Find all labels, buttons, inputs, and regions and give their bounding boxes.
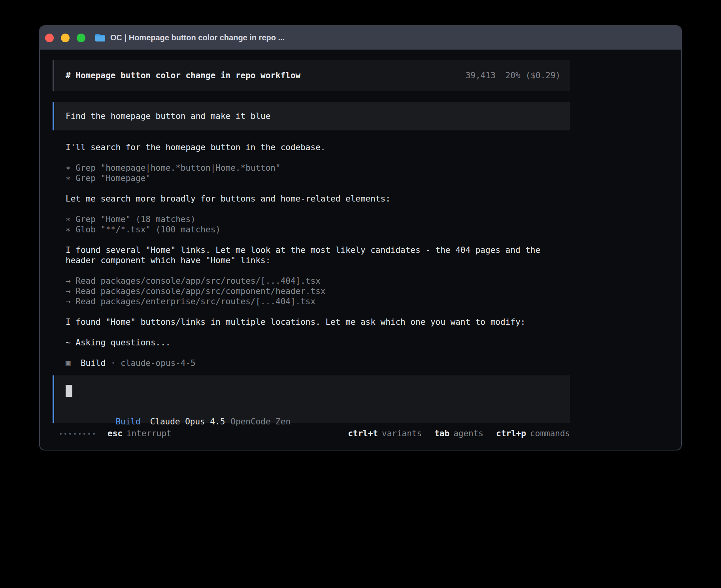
session-stats: 39,413 20% ($0.29) (466, 71, 561, 80)
transcript-line: ~ Asking questions... (66, 337, 570, 348)
transcript-line: header component which have "Home" links… (66, 255, 570, 266)
transcript-line (66, 204, 570, 214)
folder-icon (95, 34, 106, 42)
transcript-line (66, 153, 570, 163)
session-cost: ($0.29) (525, 71, 561, 80)
zoom-button[interactable] (77, 34, 85, 42)
session-title: # Homepage button color change in repo w… (66, 71, 300, 80)
statusbar-hint-agents: tabagents (434, 429, 483, 438)
transcript-line: I found several "Home" links. Let me loo… (66, 245, 570, 255)
text-cursor (66, 385, 72, 397)
transcript-line: ∗ Grep "Homepage" (66, 173, 570, 183)
provider-name: OpenCode Zen (230, 417, 291, 426)
spinner-dot (60, 433, 62, 435)
esc-key: esc (108, 429, 123, 438)
transcript-line: I found "Home" buttons/links in multiple… (66, 317, 570, 327)
transcript-line: ∗ Glob "**/*.tsx" (100 matches) (66, 224, 570, 235)
hint-label: commands (530, 429, 570, 438)
transcript-line (66, 348, 570, 358)
statusbar-hint-commands: ctrl+pcommands (496, 429, 570, 438)
hint-label: variants (382, 429, 422, 438)
transcript-line: I'll search for the homepage button in t… (66, 142, 570, 153)
statusbar-hint-interrupt: escinterrupt (108, 429, 172, 438)
agent-name[interactable]: Build (115, 417, 140, 426)
transcript-line (66, 307, 570, 317)
prompt-input[interactable]: BuildClaude Opus 4.5OpenCode Zen (53, 375, 570, 423)
terminal-content: # Homepage button color change in repo w… (40, 50, 681, 439)
transcript-line: ∗ Grep "Home" (18 matches) (66, 214, 570, 224)
esc-label: interrupt (126, 429, 172, 438)
transcript-line: → Read packages/console/app/src/componen… (66, 286, 570, 296)
statusbar-right: ctrl+tvariantstabagentsctrl+pcommands (348, 429, 570, 438)
close-button[interactable] (45, 34, 54, 42)
statusbar: escinterrupt ctrl+tvariantstabagentsctrl… (53, 428, 570, 439)
transcript-line (66, 183, 570, 194)
transcript: I'll search for the homepage button in t… (53, 142, 570, 368)
transcript-line: ∗ Grep "homepage|home.*button|Home.*butt… (66, 163, 570, 173)
hint-label: agents (453, 429, 483, 438)
context-percent: 20% (506, 71, 521, 80)
transcript-line (66, 266, 570, 276)
transcript-line: → Read packages/enterprise/src/routes/[.… (66, 296, 570, 307)
model-name[interactable]: Claude Opus 4.5 (150, 417, 225, 426)
transcript-line: Let me search more broadly for buttons a… (66, 194, 570, 204)
titlebar[interactable]: OC | Homepage button color change in rep… (40, 26, 681, 50)
user-message: Find the homepage button and make it blu… (53, 102, 570, 130)
model-line: BuildClaude Opus 4.5OpenCode Zen (66, 406, 291, 416)
hint-key: tab (434, 429, 449, 438)
transcript-line: ▣ Build · claude-opus-4-5 (66, 358, 570, 368)
hint-key: ctrl+p (496, 429, 526, 438)
transcript-line: → Read packages/console/app/src/routes/[… (66, 276, 570, 286)
statusbar-hint-variants: ctrl+tvariants (348, 429, 422, 438)
hint-key: ctrl+t (348, 429, 378, 438)
terminal-window: OC | Homepage button color change in rep… (39, 25, 682, 450)
token-count: 39,413 (466, 71, 496, 80)
minimize-button[interactable] (61, 34, 70, 42)
session-header: # Homepage button color change in repo w… (53, 60, 570, 91)
user-message-text: Find the homepage button and make it blu… (66, 111, 270, 121)
window-title: OC | Homepage button color change in rep… (110, 33, 285, 42)
transcript-line (66, 327, 570, 337)
transcript-line (66, 235, 570, 245)
